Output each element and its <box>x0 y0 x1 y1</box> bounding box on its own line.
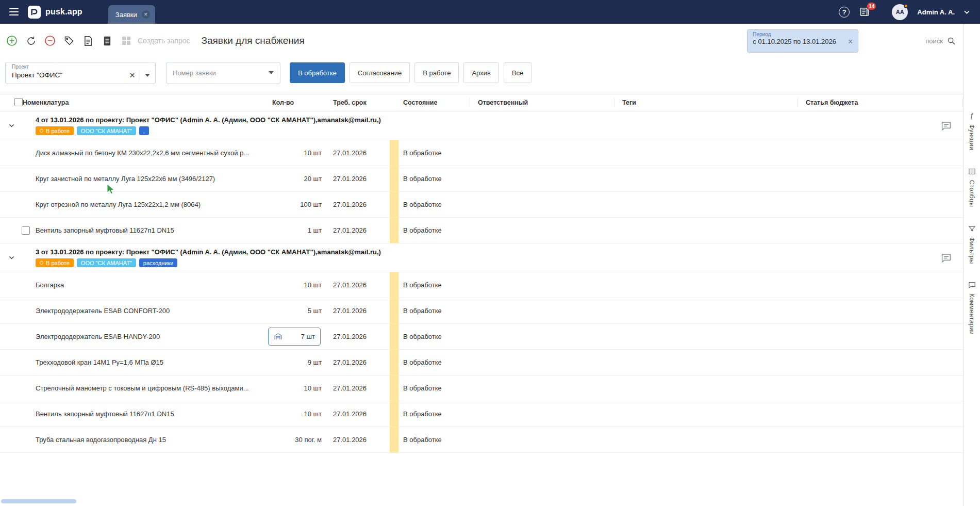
period-filter-chip[interactable]: Период с 01.10.2025 по 13.01.2026 × <box>747 29 858 53</box>
group-collapse-chevron-icon[interactable] <box>8 122 15 129</box>
request-item-row[interactable]: Круг отрезной по металлу Луга 125х22х1,2… <box>0 192 963 218</box>
column-header-responsible[interactable]: Ответственный <box>470 98 614 107</box>
add-button[interactable] <box>4 33 20 48</box>
clear-project-icon[interactable]: × <box>126 70 138 80</box>
horizontal-scrollbar-thumb[interactable] <box>1 499 76 503</box>
page-title: Заявки для снабжения <box>201 35 304 46</box>
request-group-row[interactable]: 4 от 13.01.2026 по проекту: Проект "ОФИС… <box>0 111 963 140</box>
status-tab-v-rabote[interactable]: В работе <box>414 62 459 83</box>
request-group-row[interactable]: 3 от 13.01.2026 по проекту: Проект "ОФИС… <box>0 243 963 272</box>
status-tab-v-obrabotke[interactable]: В обработке <box>290 62 345 83</box>
item-due-date: 27.01.2026 <box>328 333 390 340</box>
panel-item-filters[interactable]: Фильтры <box>968 225 976 264</box>
state-label: В обработке <box>398 384 442 392</box>
request-group-title: 3 от 13.01.2026 по проекту: Проект "ОФИС… <box>23 248 963 256</box>
state-label: В обработке <box>398 436 442 444</box>
item-due-date: 27.01.2026 <box>328 149 390 157</box>
status-tab-soglasovanie[interactable]: Согласование <box>350 62 410 83</box>
create-request-button[interactable]: Создать запрос <box>138 37 190 45</box>
hamburger-menu-icon[interactable] <box>7 5 21 19</box>
state-stripe <box>390 192 398 217</box>
column-header-tags[interactable]: Теги <box>614 98 798 107</box>
tab-close-icon[interactable]: × <box>142 10 150 19</box>
request-number-dropdown-icon[interactable] <box>268 70 275 75</box>
request-item-row[interactable]: Труба стальная водогазопроводная Дн 1530… <box>0 427 963 453</box>
group-collapse-chevron-icon[interactable] <box>8 254 15 261</box>
search-control[interactable]: поиск <box>925 37 958 45</box>
state-label: В обработке <box>398 410 442 418</box>
item-name: Электрододержатель ESAB CONFORT-200 <box>23 307 268 315</box>
state-label: В обработке <box>398 358 442 366</box>
select-all-checkbox[interactable] <box>14 98 23 106</box>
refresh-button[interactable] <box>23 33 39 48</box>
column-header-state[interactable]: Состояние <box>390 98 470 107</box>
item-due-date: 27.01.2026 <box>328 358 390 366</box>
item-name: Круг отрезной по металлу Луга 125х22х1,2… <box>23 201 268 208</box>
request-item-row[interactable]: Болгарка10 шт27.01.2026В обработке <box>0 272 963 298</box>
column-header-nomenclature[interactable]: Номенклатура <box>23 99 268 106</box>
column-header-due-date[interactable]: Треб. срок <box>328 99 390 106</box>
qty-selected-cell[interactable]: 7 шт <box>268 328 321 346</box>
status-tabs: В обработке Согласование В работе Архив … <box>290 62 531 83</box>
badge-label: расходники <box>143 260 174 266</box>
request-item-row[interactable]: Трехходовой кран 14М1 Ру=1,6 МПа Ø159 шт… <box>0 350 963 376</box>
document-button[interactable] <box>80 33 96 48</box>
badge-org: ООО "СК АМАНАТ" <box>77 126 136 135</box>
request-item-row[interactable]: Электрододержатель ESAB CONFORT-2005 шт2… <box>0 298 963 324</box>
comments-icon[interactable] <box>941 120 952 131</box>
status-tab-arhiv[interactable]: Архив <box>463 62 499 83</box>
badge-org: ООО "СК АМАНАТ" <box>77 258 136 267</box>
state-stripe <box>390 272 398 298</box>
item-name: Диск алмазный по бетону КМ 230х22,2х2,6 … <box>23 149 268 157</box>
avatar[interactable]: AA <box>892 4 908 20</box>
tab-zayavki[interactable]: Заявки × <box>108 5 155 24</box>
request-number-filter[interactable]: Номер заявки <box>166 62 280 84</box>
item-name: Вентиль запорный муфтовый 11627п1 DN15 <box>23 226 268 234</box>
remove-button[interactable] <box>42 33 58 48</box>
item-due-date: 27.01.2026 <box>328 436 390 444</box>
request-item-row[interactable]: Электрододержатель ESAB HANDY-2007 шт27.… <box>0 324 963 350</box>
state-stripe <box>390 140 398 166</box>
state-label: В обработке <box>398 201 442 208</box>
request-item-row[interactable]: Диск алмазный по бетону КМ 230х22,2х2,6 … <box>0 140 963 166</box>
item-due-date: 27.01.2026 <box>328 384 390 392</box>
request-item-row[interactable]: Вентиль запорный муфтовый 11627п1 DN1510… <box>0 401 963 427</box>
badge-status: В работе <box>36 258 74 267</box>
tags-button[interactable] <box>61 33 77 48</box>
app-logo[interactable]: pusk.app <box>28 6 82 19</box>
user-menu-chevron-icon[interactable] <box>964 10 970 14</box>
item-state: В обработке <box>390 192 470 217</box>
badge-label: , <box>143 128 145 134</box>
report-button[interactable] <box>99 33 115 48</box>
column-header-qty[interactable]: Кол-во <box>268 99 328 106</box>
panel-item-functions[interactable]: ƒ Функции <box>968 111 975 150</box>
status-dot-icon <box>40 261 43 265</box>
request-item-row[interactable]: Вентиль запорный муфтовый 11627п1 DN151 … <box>0 218 963 243</box>
item-state: В обработке <box>390 427 470 452</box>
project-filter-value: Проект "ОФИС" <box>12 71 126 79</box>
column-header-budget[interactable]: Статья бюджета <box>798 98 963 107</box>
user-name[interactable]: Admin A. A. <box>917 8 955 16</box>
request-item-row[interactable]: Круг зачистной по металлу Луга 125х22х6 … <box>0 166 963 192</box>
status-tab-vse[interactable]: Все <box>504 62 531 83</box>
comments-icon[interactable] <box>941 252 952 263</box>
panel-item-comments[interactable]: Комментарии <box>968 281 976 335</box>
project-filter[interactable]: Проект Проект "ОФИС" × <box>5 62 156 84</box>
period-clear-icon[interactable]: × <box>847 38 854 46</box>
state-stripe <box>390 350 398 375</box>
layout-grid-button[interactable] <box>119 33 134 48</box>
item-due-date: 27.01.2026 <box>328 281 390 289</box>
search-icon[interactable] <box>947 37 956 45</box>
state-label: В обработке <box>398 226 442 234</box>
item-state: В обработке <box>390 401 470 427</box>
panel-item-columns[interactable]: Столбцы <box>968 168 976 207</box>
group-header-content: 3 от 13.01.2026 по проекту: Проект "ОФИС… <box>23 248 963 267</box>
notification-badge: 14 <box>867 3 876 10</box>
help-icon[interactable]: ? <box>839 7 850 18</box>
notifications-icon[interactable]: 14 <box>859 6 870 18</box>
request-item-row[interactable]: Стрелочный манометр с токовым и цифровым… <box>0 376 963 401</box>
project-dropdown-icon[interactable] <box>144 73 151 78</box>
right-side-panel: ƒ Функции Столбцы Фильтры Комментарии <box>963 24 980 506</box>
group-header-content: 4 от 13.01.2026 по проекту: Проект "ОФИС… <box>23 116 963 135</box>
period-label: Период <box>753 31 854 37</box>
